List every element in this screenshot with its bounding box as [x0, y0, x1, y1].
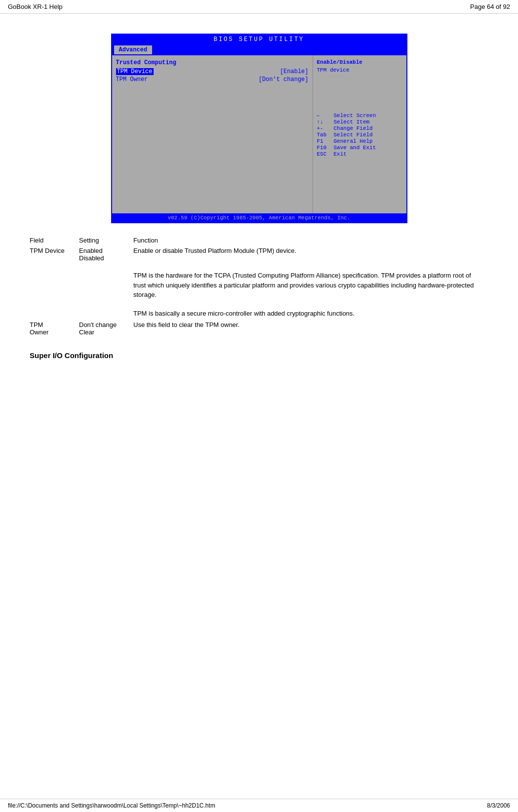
col-header-function: Function — [133, 235, 488, 245]
bios-item-value-tpm-device: [Enable] — [280, 68, 309, 75]
bios-key-select-screen: ← Select Screen — [317, 113, 402, 119]
setting-empty-1 — [79, 263, 133, 301]
tpm-description-1: TPM is the hardware for the TCPA (Truste… — [133, 271, 482, 300]
col-header-setting: Setting — [79, 235, 133, 245]
col-header-field: Field — [30, 235, 79, 245]
function-tpm-desc-1: TPM is the hardware for the TCPA (Truste… — [133, 263, 488, 301]
setting-empty-2 — [79, 301, 133, 320]
bios-tab-row: Advanced — [112, 44, 406, 55]
app-title: GoBook XR-1 Help — [8, 3, 63, 10]
field-tpm-owner: TPMOwner — [30, 320, 79, 337]
footer-date: 8/3/2006 — [487, 802, 510, 809]
bios-key-change-field: +- Change Field — [317, 125, 402, 131]
page-header: GoBook XR-1 Help Page 64 of 92 — [0, 0, 518, 14]
bios-keys: ← Select Screen ↑↓ Select Item +- Change… — [317, 73, 402, 157]
bios-key-select-field: Tab Select Field — [317, 132, 402, 138]
field-empty-1 — [30, 263, 79, 301]
main-content: BIOS SETUP UTILITY Advanced Trusted Comp… — [0, 14, 518, 372]
bios-bottom-bar: v02.59 (C)Copyright 1985-2005, American … — [112, 213, 406, 222]
table-row-tpm-owner: TPMOwner Don't changeClear Use this fiel… — [30, 320, 488, 337]
bios-menu-bar: BIOS SETUP UTILITY — [214, 36, 305, 43]
bios-left-panel: Trusted Computing TPM Device [Enable] TP… — [112, 55, 313, 213]
bios-section-title: Trusted Computing — [116, 59, 309, 66]
field-tpm-device: TPM Device — [30, 245, 79, 263]
bios-item-tpm-owner[interactable]: TPM Owner [Don't change] — [116, 76, 309, 83]
bios-screenshot: BIOS SETUP UTILITY Advanced Trusted Comp… — [111, 34, 407, 223]
bios-key-save-exit: F10 Save and Exit — [317, 145, 402, 151]
section-heading: Super I/O Configuration — [30, 351, 488, 360]
setting-tpm-owner: Don't changeClear — [79, 320, 133, 337]
table-row-tpm-desc-2: TPM is basically a secure micro-controll… — [30, 301, 488, 320]
bios-body: Trusted Computing TPM Device [Enable] TP… — [112, 55, 406, 213]
footer-path: file://C:\Documents and Settings\harwood… — [8, 802, 215, 809]
setting-tpm-device: EnabledDisabled — [79, 245, 133, 263]
bios-item-name-tpm-owner: TPM Owner — [116, 76, 148, 83]
function-tpm-owner: Use this field to clear the TPM owner. — [133, 320, 488, 337]
table-row-tpm-device: TPM Device EnabledDisabled Enable or dis… — [30, 245, 488, 263]
bios-item-name-tpm-device: TPM Device — [116, 68, 154, 75]
bios-key-select-item: ↑↓ Select Item — [317, 119, 402, 125]
function-tpm-desc-2: TPM is basically a secure micro-controll… — [133, 301, 488, 320]
bios-right-panel: Enable/Disable TPM device ← Select Scree… — [313, 55, 406, 213]
bios-key-general-help: F1 General Help — [317, 138, 402, 144]
bios-top-bar: BIOS SETUP UTILITY — [112, 35, 406, 44]
bios-help-title: Enable/Disable — [317, 59, 402, 65]
bios-item-value-tpm-owner: [Don't change] — [259, 76, 309, 83]
tpm-description-2: TPM is basically a secure micro-controll… — [133, 309, 482, 319]
bios-help-subtitle: TPM device — [317, 67, 402, 73]
field-empty-2 — [30, 301, 79, 320]
page-footer: file://C:\Documents and Settings\harwood… — [0, 799, 518, 812]
page-number: Page 64 of 92 — [470, 3, 510, 10]
table-row-tpm-desc-1: TPM is the hardware for the TCPA (Truste… — [30, 263, 488, 301]
function-tpm-device: Enable or disable Trusted Platform Modul… — [133, 245, 488, 263]
bios-item-tpm-device[interactable]: TPM Device [Enable] — [116, 68, 309, 75]
bios-active-tab[interactable]: Advanced — [114, 45, 153, 54]
bios-key-esc: ESC Exit — [317, 151, 402, 157]
info-table: Field Setting Function TPM Device Enable… — [30, 235, 488, 337]
